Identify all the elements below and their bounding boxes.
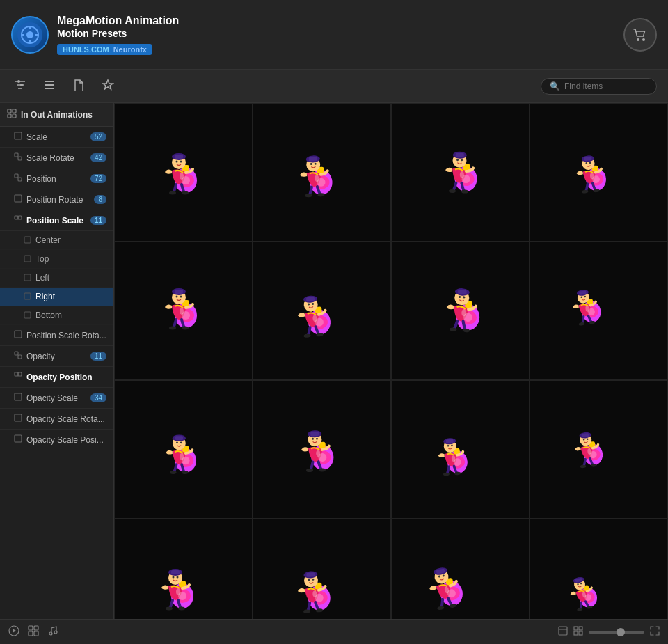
svg-rect-34: [15, 352, 18, 355]
sidebar-item-position-scale[interactable]: Position Scale 11: [0, 210, 113, 231]
sidebar-item-position-rotate[interactable]: Position Rotate 8: [0, 189, 113, 210]
sidebar-item-position[interactable]: Position 72: [0, 168, 113, 189]
svg-rect-22: [18, 157, 22, 160]
grid-icon[interactable]: [28, 625, 39, 638]
search-box[interactable]: 🔍: [541, 78, 657, 95]
svg-point-1: [26, 31, 33, 38]
sidebar-badge-position-scale: 11: [90, 216, 106, 225]
fullscreen-icon[interactable]: [650, 626, 660, 638]
svg-rect-32: [24, 312, 31, 318]
grid-cell[interactable]: [114, 519, 253, 619]
svg-point-99: [169, 326, 176, 329]
svg-rect-28: [24, 237, 31, 243]
svg-point-100: [182, 326, 189, 329]
sidebar-sub-label-bottom: Bottom: [35, 311, 62, 320]
sidebar-item-opacity-scale-posi[interactable]: Opacity Scale Posi...: [0, 430, 113, 450]
svg-rect-24: [18, 178, 22, 181]
bottom-left: [8, 625, 58, 638]
sidebar-badge-opacity: 11: [90, 352, 106, 361]
sidebar-badge-position: 72: [90, 174, 106, 183]
sidebar-item-scale-rotate[interactable]: Scale Rotate 42: [0, 148, 113, 168]
item-icon-opacity-position: [14, 372, 22, 382]
sidebar-item-opacity-position[interactable]: Opacity Position: [0, 367, 113, 388]
svg-rect-37: [18, 372, 22, 376]
svg-rect-36: [15, 372, 18, 376]
sidebar-item-opacity-scale-rotate[interactable]: Opacity Scale Rota...: [0, 409, 113, 430]
sidebar-label-opacity-scale-rotate: Opacity Scale Rota...: [26, 414, 106, 424]
app-logo: [11, 16, 49, 54]
music-icon[interactable]: [47, 625, 58, 638]
grid-cell[interactable]: [530, 242, 668, 380]
svg-point-12: [20, 84, 23, 86]
svg-rect-378: [29, 626, 33, 630]
svg-rect-15: [45, 88, 54, 89]
svg-point-52: [182, 191, 189, 194]
toolbar-left: [11, 76, 117, 97]
svg-rect-21: [15, 153, 18, 157]
main-layout: In Out Animations Scale 52 Scale Rotate …: [0, 103, 668, 619]
sidebar-item-pos-scale-rot[interactable]: Position Scale Rota...: [0, 325, 113, 346]
svg-point-96: [180, 295, 182, 297]
file-icon[interactable]: [70, 76, 88, 97]
svg-rect-39: [15, 414, 22, 421]
list-icon[interactable]: [40, 76, 58, 97]
search-input[interactable]: [564, 81, 648, 91]
svg-point-195: [166, 606, 173, 610]
grid-cell[interactable]: [391, 242, 530, 380]
sidebar-badge-opacity-scale: 34: [90, 393, 106, 402]
sidebar-section-in-out[interactable]: In Out Animations: [0, 103, 113, 127]
grid-cell[interactable]: [253, 103, 391, 242]
sidebar-item-opacity[interactable]: Opacity 11: [0, 346, 113, 367]
expand-icon[interactable]: [558, 626, 568, 638]
filter-icon[interactable]: [11, 76, 29, 97]
svg-rect-13: [45, 81, 54, 82]
app-badge: HUNLS.COM Neuronfx: [57, 44, 152, 55]
item-icon-opacity-scale: [14, 393, 22, 403]
grid-cell[interactable]: [253, 380, 391, 519]
sidebar-sub-bottom[interactable]: Bottom: [0, 306, 113, 325]
sidebar-label-position-rotate: Position Rotate: [26, 195, 90, 205]
grid-cell[interactable]: [114, 380, 253, 519]
animation-grid: 灵感中国lingganchina.com: [114, 103, 668, 619]
svg-rect-29: [24, 256, 31, 262]
sidebar-sub-top[interactable]: Top: [0, 250, 113, 269]
svg-rect-381: [34, 631, 38, 636]
badge-site: HUNLS.COM: [63, 45, 109, 54]
svg-point-98: [180, 308, 184, 315]
zoom-slider[interactable]: [589, 631, 644, 634]
grid-cell[interactable]: [391, 103, 530, 242]
sidebar-sub-center[interactable]: Center: [0, 231, 113, 250]
grid2-icon[interactable]: [573, 626, 583, 638]
sidebar-item-opacity-scale[interactable]: Opacity Scale 34: [0, 388, 113, 409]
item-icon-position-scale: [14, 215, 22, 226]
grid-cell[interactable]: [391, 380, 530, 519]
play-icon[interactable]: [8, 625, 19, 638]
svg-point-48: [180, 160, 182, 162]
grid-cell[interactable]: [114, 103, 253, 242]
item-icon-pos-scale-rot: [14, 330, 22, 340]
sidebar-sub-label-center: Center: [35, 235, 61, 245]
star-icon[interactable]: [99, 76, 117, 97]
svg-rect-25: [15, 195, 22, 202]
svg-point-6: [637, 38, 639, 41]
badge-name: Neuronfx: [113, 45, 147, 54]
grid-cell[interactable]: [253, 519, 391, 619]
grid-cell[interactable]: [530, 380, 668, 519]
cart-button[interactable]: [623, 18, 657, 52]
sidebar: In Out Animations Scale 52 Scale Rotate …: [0, 103, 114, 619]
grid-cell[interactable]: [530, 519, 668, 619]
grid-cell[interactable]: [391, 519, 530, 619]
sidebar-label-position: Position: [26, 174, 86, 184]
sidebar-sub-right[interactable]: Right: [0, 288, 113, 306]
grid-cell[interactable]: [114, 242, 253, 380]
svg-rect-23: [15, 174, 18, 178]
grid-cell[interactable]: [253, 242, 391, 380]
item-icon-position: [14, 173, 22, 184]
sidebar-item-scale[interactable]: Scale 52: [0, 127, 113, 148]
svg-rect-384: [559, 627, 567, 635]
sidebar-sub-left[interactable]: Left: [0, 269, 113, 288]
topbar: MegaMotion Animation Motion Presets HUNL…: [0, 0, 668, 70]
svg-rect-94: [175, 290, 183, 294]
grid-cell[interactable]: [530, 103, 668, 242]
bottom-bar: [0, 619, 668, 644]
